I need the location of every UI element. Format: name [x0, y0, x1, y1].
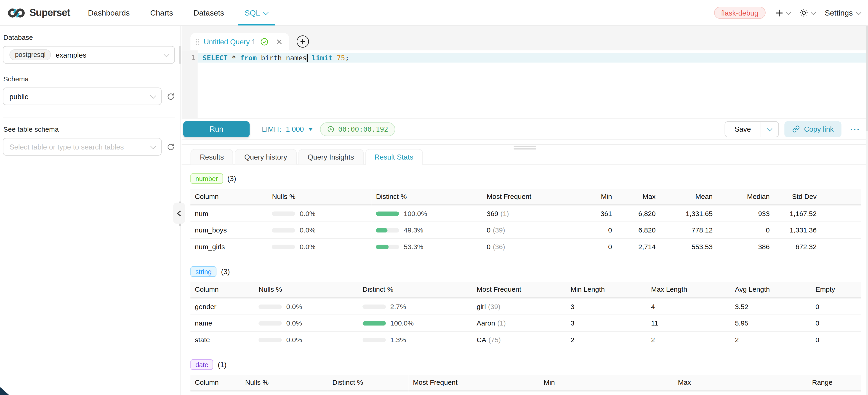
value-cell: name — [190, 315, 254, 331]
sql-token: limit — [312, 54, 333, 62]
top-navbar: Superset Dashboards Charts Datasets SQL … — [0, 0, 868, 26]
stats-row: gender0.0%2.7%girl(39)343.520 — [190, 298, 861, 315]
column-header: Nulls % — [268, 189, 372, 205]
value-cell: 0 — [811, 331, 861, 348]
chevron-down-icon — [150, 143, 156, 149]
sql-token: ; — [345, 54, 349, 62]
column-header: Most Frequent — [408, 375, 539, 391]
copy-link-button[interactable]: Copy link — [784, 121, 841, 137]
pane-resize-handle[interactable] — [514, 146, 536, 151]
theme-toggle-button[interactable] — [800, 8, 815, 17]
value-cell: 1965-01-01T03:00:00.000Z — [674, 391, 808, 395]
value-cell: num_boys — [190, 222, 268, 238]
chevron-down-icon — [263, 9, 268, 14]
nav-item-sql[interactable]: SQL — [245, 0, 268, 25]
column-count: (3) — [227, 174, 236, 183]
brand-name: Superset — [29, 7, 70, 19]
refresh-schemas-button[interactable] — [166, 92, 175, 100]
query-tab[interactable]: Untitled Query 1 — [190, 33, 289, 50]
percent-bar — [272, 228, 295, 232]
chevron-down-icon — [767, 126, 772, 131]
most-frequent-cell: 0(39) — [482, 222, 576, 238]
sql-lab-sidebar: Database postgresql examples Schema publ… — [0, 26, 181, 395]
percent-cell: 0.0% — [241, 391, 328, 395]
settings-menu[interactable]: Settings — [825, 8, 860, 17]
run-query-button[interactable]: Run — [183, 121, 250, 137]
superset-sql-lab: Superset Dashboards Charts Datasets SQL … — [0, 0, 868, 395]
value-cell: ds — [190, 391, 241, 395]
query-tab-title: Untitled Query 1 — [204, 38, 256, 46]
editor-toolbar: Run LIMIT: 1 000 00:00:00.192 Save — [182, 118, 868, 140]
column-header: Max Length — [647, 282, 731, 298]
percent-cell: 0.0% — [268, 222, 372, 238]
table-select-placeholder: Select table or type to search tables — [9, 143, 124, 151]
query-timer-badge: 00:00:00.192 — [320, 122, 395, 136]
type-tag: number — [190, 173, 223, 184]
sun-icon — [800, 8, 809, 17]
value-cell: 1,331.65 — [660, 205, 717, 222]
value-cell: 3.52 — [731, 298, 811, 315]
value-cell: state — [190, 331, 254, 348]
chevron-down-icon — [811, 9, 816, 14]
save-dropdown-button[interactable] — [761, 122, 778, 136]
percent-cell: 1.3% — [328, 391, 408, 395]
superset-logo[interactable]: Superset — [8, 7, 70, 19]
sql-code-editor[interactable]: 1 SELECT * from birth_names limit 75; — [182, 50, 868, 118]
stats-row: state0.0%1.3%CA(75)2220 — [190, 331, 861, 348]
sql-token: birth_names — [257, 54, 307, 62]
column-count: (1) — [218, 361, 226, 369]
percent-cell: 1.3% — [358, 331, 472, 348]
mouse-cursor-pointer — [0, 387, 9, 395]
column-header: Nulls % — [254, 282, 358, 298]
close-tab-icon[interactable] — [276, 39, 282, 45]
value-cell: 11 — [647, 315, 731, 331]
stats-table: ColumnNulls %Distinct %Most FrequentMinM… — [190, 375, 861, 395]
column-header — [821, 189, 861, 205]
refresh-tables-button[interactable] — [166, 143, 175, 151]
more-actions-button[interactable]: ··· — [850, 124, 860, 134]
percent-cell: 0.0% — [268, 238, 372, 255]
save-button[interactable]: Save — [725, 122, 761, 136]
database-select[interactable]: postgresql examples — [3, 46, 175, 64]
schema-select[interactable]: public — [3, 88, 162, 105]
stats-row: name0.0%100.0%Aaron(1)3115.950 — [190, 315, 861, 331]
tab-query-insights[interactable]: Query Insights — [298, 149, 363, 164]
nav-item-charts[interactable]: Charts — [150, 0, 173, 25]
column-header: Empty — [811, 282, 861, 298]
window-scrollbar[interactable] — [866, 26, 868, 395]
stats-section-string: string(3)ColumnNulls %Distinct %Most Fre… — [190, 266, 861, 348]
limit-dropdown[interactable]: LIMIT: 1 000 — [262, 125, 313, 133]
percent-cell: 49.3% — [372, 222, 482, 238]
value-cell: 1,331.36 — [774, 222, 821, 238]
tab-results[interactable]: Results — [190, 149, 233, 164]
tab-result-stats[interactable]: Result Stats — [365, 149, 423, 165]
new-item-button[interactable] — [775, 9, 790, 17]
value-cell: 4 — [647, 298, 731, 315]
percent-cell: 100.0% — [372, 205, 482, 222]
app-window: Superset Dashboards Charts Datasets SQL … — [0, 0, 868, 395]
add-query-tab-button[interactable] — [297, 35, 309, 48]
nav-item-datasets[interactable]: Datasets — [193, 0, 224, 25]
value-cell — [821, 238, 861, 255]
most-frequent-cell: 1965-01-01T00:00:00(75) — [408, 391, 539, 395]
value-cell: 361 — [576, 205, 616, 222]
column-header: Min — [576, 189, 616, 205]
stats-table: ColumnNulls %Distinct %Most FrequentMin … — [190, 282, 861, 348]
column-header: Most Frequent — [482, 189, 576, 205]
sql-token — [333, 54, 337, 62]
sidebar-scrollbar-thumb[interactable] — [179, 46, 181, 64]
drag-handle-icon[interactable] — [195, 38, 199, 45]
stats-row: num_boys0.0%49.3%0(39)06,820778.1201,331… — [190, 222, 861, 238]
window-scrollbar-thumb[interactable] — [866, 26, 868, 131]
nav-right: flask-debug Settings — [714, 7, 860, 19]
value-cell: 0 — [717, 222, 774, 238]
value-cell — [821, 222, 861, 238]
percent-bar — [272, 211, 295, 216]
nav-item-dashboards[interactable]: Dashboards — [88, 0, 130, 25]
table-select[interactable]: Select table or type to search tables — [3, 138, 162, 156]
percent-bar — [376, 244, 399, 249]
sidebar-divider — [3, 117, 175, 117]
collapse-sidebar-button[interactable] — [173, 203, 185, 224]
percent-bar — [363, 337, 386, 342]
tab-query-history[interactable]: Query history — [235, 149, 297, 164]
